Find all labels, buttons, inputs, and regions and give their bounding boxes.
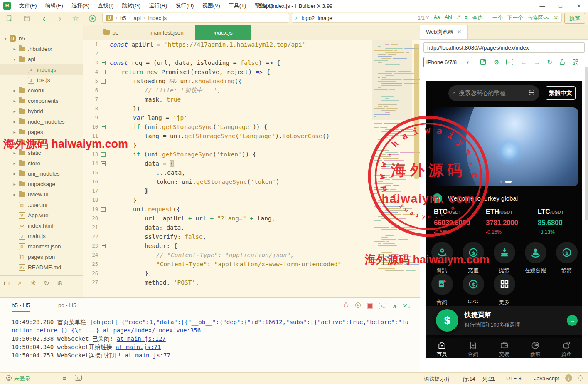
web-view-icon[interactable]: ⊕ bbox=[53, 279, 66, 287]
chevron-right-icon[interactable]: ▸ bbox=[12, 192, 17, 197]
code-line-16[interactable]: 16token: uni.getStorageSync('token') bbox=[83, 177, 374, 186]
grid-item-提幣[interactable]: 提幣 bbox=[489, 242, 520, 274]
fold-marker-icon[interactable] bbox=[100, 67, 106, 77]
console-tab-pc[interactable]: pc - H5 bbox=[58, 302, 76, 308]
grid-item-充值[interactable]: $充值 bbox=[458, 242, 489, 274]
console-tab-h5[interactable]: h5 - H5 bbox=[12, 302, 30, 312]
tree-item-tos.js[interactable]: Jtos.js bbox=[0, 75, 83, 85]
minimap[interactable] bbox=[374, 42, 409, 291]
code-line-9[interactable]: 9var lang = 'jp' bbox=[83, 113, 374, 122]
nav-forward-icon[interactable]: → bbox=[534, 59, 540, 66]
search-control-3[interactable]: ≡ bbox=[465, 15, 467, 22]
language-button[interactable]: 繁體中文 bbox=[546, 86, 576, 100]
editor-tab-pc[interactable]: pc bbox=[83, 25, 139, 40]
code-line-13[interactable]: 13if (uni.getStorageSync('token')) { bbox=[83, 150, 374, 159]
menu-item-5[interactable]: 运行(R) bbox=[145, 0, 171, 12]
announcement-bar[interactable]: Welcome to turkey global bbox=[433, 192, 576, 204]
fold-marker-icon[interactable] bbox=[100, 122, 106, 131]
terminal-status-icon[interactable]: >_ bbox=[75, 375, 82, 381]
menu-item-8[interactable]: 工具(T) bbox=[224, 0, 251, 12]
code-line-18[interactable]: 18} bbox=[83, 196, 374, 205]
chevron-right-icon[interactable]: ▸ bbox=[12, 151, 17, 155]
fold-marker-icon[interactable] bbox=[100, 150, 106, 159]
log-source-link[interactable]: at main.js:71 bbox=[116, 344, 161, 350]
search-control-2[interactable]: .* bbox=[457, 15, 460, 22]
tree-item-static[interactable]: ▸static bbox=[0, 148, 83, 158]
debug-bug-icon[interactable] bbox=[343, 302, 349, 310]
menu-item-3[interactable]: 查找(I) bbox=[93, 0, 118, 12]
close-tab-icon[interactable]: ✕ bbox=[458, 29, 462, 35]
menu-item-0[interactable]: 文件(F) bbox=[15, 0, 41, 12]
login-status[interactable]: 未登录 bbox=[14, 375, 30, 382]
close-button[interactable]: ✕ bbox=[570, 0, 588, 12]
search-control-1[interactable]: Abl bbox=[445, 15, 452, 22]
editor-tab-index.js[interactable]: index.js bbox=[195, 25, 251, 40]
editor-tab-manifest.json[interactable]: manifest.json bbox=[139, 25, 195, 40]
code-line-22[interactable]: 22sslVerify: false, bbox=[83, 232, 374, 241]
code-line-26[interactable]: 26}, bbox=[83, 269, 374, 278]
notification-bell-icon[interactable] bbox=[578, 375, 583, 382]
nav-item-合約[interactable]: 合約 bbox=[458, 338, 489, 358]
tree-item-.hbuilderx[interactable]: ▸.hbuilderx bbox=[0, 44, 83, 54]
log-source-link[interactable]: at main.js:127 bbox=[117, 335, 166, 342]
tree-item-unpackage[interactable]: ▸unpackage bbox=[0, 179, 83, 189]
scan-icon[interactable] bbox=[528, 89, 535, 98]
search-control-4[interactable]: 全选 bbox=[472, 15, 482, 22]
code-line-25[interactable]: 25"Content-Type": "application/x-www-for… bbox=[83, 260, 374, 269]
tree-item-.user.ini[interactable]: ▤.user.ini bbox=[0, 200, 83, 210]
chevron-right-icon[interactable]: ▸ bbox=[12, 130, 17, 134]
breadcrumb-item[interactable]: api bbox=[133, 15, 140, 21]
tree-item-main.js[interactable]: Jmain.js bbox=[0, 231, 83, 241]
code-line-20[interactable]: 20url: apiUrl + url + "?lang=" + lang, bbox=[83, 214, 374, 223]
tree-item-uni_modules[interactable]: ▸uni_modules bbox=[0, 168, 83, 179]
code-line-24[interactable]: 24// "Content-Type": "application/json", bbox=[83, 250, 374, 260]
encoding-label[interactable]: UTF-8 bbox=[506, 375, 522, 382]
chevron-right-icon[interactable]: ▸ bbox=[12, 161, 17, 166]
chevron-right-icon[interactable]: ▸ bbox=[12, 47, 17, 51]
syntax-library-label[interactable]: 语法提示库 bbox=[424, 375, 451, 383]
grid-item-在線客服[interactable]: 在線客服 bbox=[520, 242, 551, 274]
files-view-icon[interactable]: 🗀 bbox=[0, 279, 13, 287]
ticker-ETH[interactable]: ETH/USDT3781.2000-0.26% bbox=[478, 208, 530, 238]
grid-item-更多[interactable]: 更多 bbox=[489, 273, 520, 306]
debug-view-icon[interactable]: ✳ bbox=[27, 279, 40, 287]
code-line-1[interactable]: 1const apiUrl = 'https://417admin.1.haiw… bbox=[83, 40, 374, 49]
user-account-icon[interactable] bbox=[6, 375, 12, 382]
tree-item-store[interactable]: ▸store bbox=[0, 158, 83, 168]
fold-marker-icon[interactable] bbox=[100, 205, 106, 214]
code-line-5[interactable]: 5isloading && uni.showLoading({ bbox=[83, 77, 374, 86]
tree-item-index.html[interactable]: <>index.html bbox=[0, 220, 83, 231]
code-line-3[interactable]: 3const req = (url, data, isloading = fal… bbox=[83, 58, 374, 67]
code-line-11[interactable]: 11lang = uni.getStorageSync('Language').… bbox=[83, 131, 374, 141]
lock-icon[interactable] bbox=[559, 59, 565, 65]
chevron-right-icon[interactable]: ▸ bbox=[12, 99, 17, 103]
tree-item-uview-ui[interactable]: ▸uview-ui bbox=[0, 189, 83, 200]
back-icon[interactable]: ‹ bbox=[39, 13, 49, 23]
restart-icon[interactable] bbox=[355, 302, 361, 310]
collapse-panel-icon[interactable]: ∧ bbox=[392, 302, 397, 309]
chevron-right-icon[interactable]: ▸ bbox=[12, 140, 17, 145]
chevron-right-icon[interactable]: ▸ bbox=[12, 109, 17, 114]
minimize-button[interactable]: — bbox=[533, 0, 551, 12]
console-icon[interactable]: >_ bbox=[506, 59, 513, 65]
tree-item-README.md[interactable]: M↓README.md bbox=[0, 262, 83, 273]
banner-carousel[interactable] bbox=[433, 107, 578, 186]
log-source-link[interactable]: at main.js:77 bbox=[125, 352, 170, 359]
nav-item-交易[interactable]: 交易 bbox=[489, 338, 520, 358]
ticker-BTC[interactable]: BTC/USDT66039.6000-0.66% bbox=[426, 208, 478, 238]
settings-gear-icon[interactable]: ⚙ bbox=[494, 59, 499, 66]
chevron-right-icon[interactable]: ▸ bbox=[12, 119, 17, 124]
tree-item-pages[interactable]: ▸pages bbox=[0, 127, 83, 137]
code-line-10[interactable]: 10if (uni.getStorageSync('Language')) { bbox=[83, 122, 374, 131]
panel-scrollbar[interactable] bbox=[585, 67, 588, 220]
run-icon[interactable] bbox=[87, 13, 97, 23]
code-line-4[interactable]: 4return new Promise((resolve, reject) =>… bbox=[83, 67, 374, 77]
breadcrumb-item[interactable]: h5 bbox=[120, 15, 126, 21]
tree-item-colorui[interactable]: ▸colorui bbox=[0, 85, 83, 96]
log-source-link[interactable]: at pages/index/index.vue:356 bbox=[103, 327, 201, 334]
search-input[interactable]: logo2_image bbox=[301, 15, 413, 21]
chevron-right-icon[interactable]: ▸ bbox=[12, 88, 17, 93]
breadcrumb-item[interactable]: index.js bbox=[148, 15, 167, 21]
ticker-LTC[interactable]: LTC/USDT85.6800+3.13% bbox=[530, 208, 582, 238]
chevron-right-icon[interactable]: ▸ bbox=[12, 182, 17, 186]
